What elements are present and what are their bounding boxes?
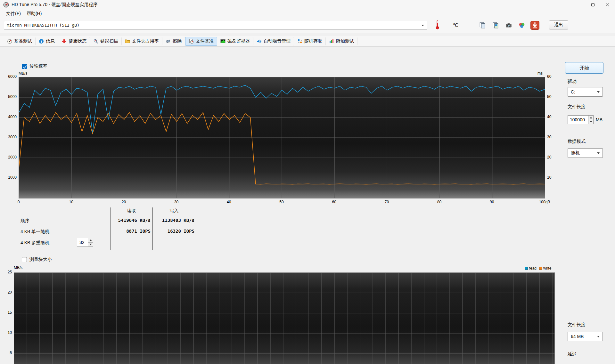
window-title: HD Tune Pro 5.70 - 硬盘/固态硬盘实用程序 xyxy=(12,2,97,8)
tab-label: 信息 xyxy=(46,38,55,44)
chevron-down-icon xyxy=(597,91,600,93)
drive-dropdown[interactable]: C: xyxy=(568,87,603,97)
tab-random-access[interactable]: 随机存取 xyxy=(294,37,326,45)
temperature-value: — xyxy=(444,23,448,28)
file-length-input[interactable] xyxy=(568,115,588,124)
tab-info[interactable]: 信息 xyxy=(36,37,58,45)
legend-label: write xyxy=(543,266,551,271)
tab-folder[interactable]: 文件夹占用率 xyxy=(122,37,162,45)
x-tick-label: 20 xyxy=(122,200,126,204)
minimize-button[interactable] xyxy=(571,0,586,10)
minimize-icon xyxy=(577,5,580,5)
read-column-header: 读取 xyxy=(111,208,152,214)
tab-label: 自动噪音管理 xyxy=(264,38,291,44)
4k-single-write-value: 16320 IOPS xyxy=(153,229,194,234)
color-capture-icon xyxy=(518,22,525,29)
hd-tune-window: HD Tune Pro 5.70 - 硬盘/固态硬盘实用程序 文件(F) 帮助(… xyxy=(0,0,615,364)
y-tick-label: 5 xyxy=(0,351,12,355)
menu-help[interactable]: 帮助(H) xyxy=(24,10,45,18)
x-tick-label: 90 xyxy=(490,200,494,204)
queue-depth-stepper: 32 xyxy=(77,238,93,247)
copy-screenshot-button[interactable] xyxy=(490,20,501,30)
copy-report-button[interactable] xyxy=(477,20,488,30)
x-tick-label: 50 xyxy=(279,200,283,204)
legend-label: read xyxy=(529,266,537,271)
chevron-down-icon xyxy=(597,336,600,337)
y-tick-label: 4000 xyxy=(0,115,17,119)
menu-file[interactable]: 文件(F) xyxy=(3,10,24,18)
y-axis-unit-label: MB/s xyxy=(19,71,27,76)
drive-select-value: Micron MTFDKBA512TFH (512 gB) xyxy=(7,23,79,28)
copy-report-icon xyxy=(479,22,486,29)
download-button[interactable] xyxy=(530,20,540,30)
extra-tests-icon xyxy=(329,39,334,44)
block-file-length-label: 文件长度 xyxy=(568,322,586,328)
title-bar: HD Tune Pro 5.70 - 硬盘/固态硬盘实用程序 xyxy=(0,0,615,10)
random-access-icon xyxy=(297,39,302,44)
tab-label: 磁盘监视器 xyxy=(227,38,250,44)
tab-file-benchmark[interactable]: 文件基准 xyxy=(185,37,217,46)
maximize-button[interactable] xyxy=(586,0,600,10)
x-tick-label: 30 xyxy=(174,200,178,204)
tab-label: 文件夹占用率 xyxy=(132,38,159,44)
chevron-down-icon xyxy=(597,152,600,154)
y-tick-label: 15 xyxy=(0,310,12,315)
y2-axis-unit-label: ms xyxy=(537,71,543,76)
tab-label: 附加测试 xyxy=(336,38,354,44)
tab-scan[interactable]: 错误扫描 xyxy=(90,37,122,45)
data-mode-dropdown[interactable]: 随机 xyxy=(568,148,603,158)
data-mode-dropdown-value: 随机 xyxy=(571,150,580,156)
y2-tick-label: 10 xyxy=(547,175,551,180)
tab-label: 随机存取 xyxy=(304,38,322,44)
tab-bar: 基准测试信息健康状态错误扫描文件夹占用率擦除文件基准磁盘监视器自动噪音管理随机存… xyxy=(0,36,615,47)
drive-select-combo[interactable]: Micron MTFDKBA512TFH (512 gB) xyxy=(4,21,427,29)
tab-gauge[interactable]: 基准测试 xyxy=(4,37,36,45)
tab-erase[interactable]: 擦除 xyxy=(162,37,185,45)
row-4k-single-label: 4 KB 单一随机 xyxy=(20,229,49,235)
block-size-checkbox[interactable] xyxy=(22,257,27,262)
legend-swatch-icon xyxy=(525,267,528,270)
tab-label: 文件基准 xyxy=(196,38,214,44)
exit-button[interactable]: 退出 xyxy=(549,20,568,29)
speaker-icon xyxy=(257,39,262,44)
camera-icon xyxy=(505,22,512,29)
queue-depth-value[interactable]: 32 xyxy=(77,238,88,247)
transfer-rate-chart-canvas xyxy=(19,77,545,198)
health-icon xyxy=(62,39,67,44)
write-column-header: 写入 xyxy=(152,208,196,214)
tab-speaker[interactable]: 自动噪音管理 xyxy=(253,37,294,45)
temperature-unit: ℃ xyxy=(453,22,458,28)
tab-health[interactable]: 健康状态 xyxy=(58,37,90,45)
legend-swatch-icon xyxy=(539,267,542,270)
transfer-rate-checkbox[interactable] xyxy=(22,64,27,69)
start-button[interactable]: 开始 xyxy=(565,62,603,74)
legend-item-write: write xyxy=(539,266,551,271)
y2-tick-label: 50 xyxy=(547,94,551,99)
toolbar-icon-buttons xyxy=(477,20,540,30)
arrow-down-icon xyxy=(89,244,92,245)
block-file-length-dropdown[interactable]: 64 MB xyxy=(568,332,603,341)
tab-label: 擦除 xyxy=(173,38,182,44)
queue-depth-decrement-button[interactable] xyxy=(88,242,93,247)
file-length-decrement-button[interactable] xyxy=(588,120,593,124)
tab-label: 基准测试 xyxy=(14,38,32,44)
table-column-line xyxy=(152,207,153,250)
file-length-increment-button[interactable] xyxy=(588,116,593,120)
arrow-up-icon xyxy=(89,239,92,241)
x-tick-label: 10 xyxy=(69,200,73,204)
chevron-down-icon xyxy=(422,25,424,26)
camera-button[interactable] xyxy=(504,20,514,30)
tab-disk-monitor[interactable]: 磁盘监视器 xyxy=(217,37,253,45)
drive-label: 驱动 xyxy=(568,79,577,85)
transfer-rate-chart xyxy=(19,77,545,198)
queue-depth-increment-button[interactable] xyxy=(88,238,93,242)
tab-extra-tests[interactable]: 附加测试 xyxy=(326,37,357,45)
close-button[interactable] xyxy=(600,0,615,10)
temperature-display: — ℃ xyxy=(436,20,458,31)
color-capture-button[interactable] xyxy=(517,20,527,30)
menu-bar: 文件(F) 帮助(H) xyxy=(0,10,615,18)
latency-label: 延迟 xyxy=(568,351,577,357)
transfer-rate-label: 传输速率 xyxy=(29,63,47,69)
sequential-read-value: 5419646 KB/s xyxy=(108,218,151,223)
app-logo-icon xyxy=(3,2,9,8)
